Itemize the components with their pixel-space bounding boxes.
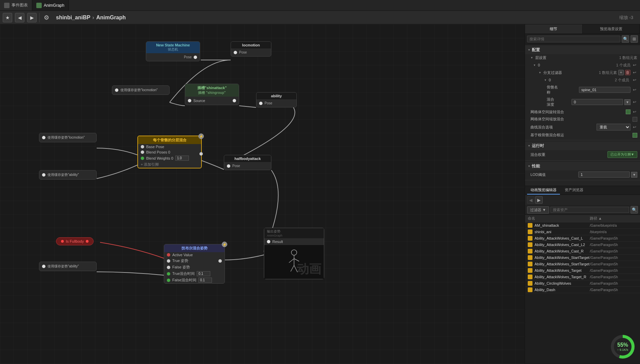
- node-cache-ability2[interactable]: 使用缓存姿势"ability": [39, 262, 97, 271]
- node-ability[interactable]: ability Pose: [256, 92, 297, 107]
- tab-details[interactable]: 细节: [525, 24, 583, 34]
- col-path-header[interactable]: 路径 ▲: [590, 216, 637, 221]
- blend-depth-input[interactable]: [571, 99, 623, 105]
- filter-add-btn[interactable]: +: [618, 70, 624, 75]
- filter-0-row: ▼ 0 2 个成员 ↩: [525, 76, 640, 84]
- pbl-blend-weights-label: Blend Weights 0: [146, 156, 173, 160]
- details-search-input[interactable]: [527, 36, 620, 42]
- breadcrumb-root[interactable]: shinbi_aniBP: [56, 15, 90, 21]
- stick-figure: [284, 248, 304, 276]
- filter-button[interactable]: 过滤器 ▼: [527, 206, 549, 214]
- runtime-triangle: ▼: [528, 144, 530, 147]
- curve-blend-select[interactable]: 重载: [597, 124, 631, 130]
- asset-icon-2: [528, 236, 532, 241]
- bbl-true-pose-row: True 姿势: [164, 258, 225, 264]
- star-button[interactable]: ★: [3, 13, 12, 22]
- asset-row-2[interactable]: Ability_AttackWolves_Cast_L /Game/Parago…: [525, 235, 640, 242]
- output-sub: AnimGraph: [267, 234, 321, 237]
- tab-details-label: 细节: [550, 27, 557, 31]
- asset-row-4[interactable]: Ability_AttackWolves_Cast_R /Game/Parago…: [525, 248, 640, 255]
- canvas[interactable]: New State Machine 状态机 Pose locmotion Pos…: [0, 24, 525, 364]
- mesh-rotation-checkbox[interactable]: [626, 109, 631, 114]
- forward-button[interactable]: ▶: [27, 13, 37, 22]
- blend-weight-public-btn[interactable]: 已公开为引脚▼: [607, 151, 637, 158]
- lod-arrow[interactable]: ▼: [631, 172, 637, 178]
- asset-icon-0: [528, 223, 532, 228]
- config-label: 配置: [532, 47, 540, 53]
- tab-anim-preview-editor[interactable]: 动画预览编辑器: [527, 186, 560, 195]
- perf-header[interactable]: ▼ 性能: [525, 162, 640, 170]
- asset-row-8[interactable]: Ability_AttackWolves_Target_R /Game/Para…: [525, 274, 640, 280]
- blend-depth-reset[interactable]: ↩: [632, 99, 637, 105]
- progress-speed: ↑ 9.1K/s: [617, 348, 628, 351]
- node-output-pose[interactable]: 输出姿势 AnimGraph Result 动画: [264, 228, 324, 279]
- mesh-scale-label: 网格体空间缩放混合: [530, 117, 580, 122]
- asset-row-0[interactable]: AM_shinattack /Game/blueprint/a: [525, 222, 640, 229]
- asset-row-10[interactable]: Ability_Dash /Game/ParagonSh: [525, 287, 640, 293]
- bone-name-reset[interactable]: ↩: [632, 87, 637, 93]
- node-bool-blend[interactable]: ⚡ 技布尔混合姿势 Active Value True 姿势 False 姿势 …: [164, 244, 225, 284]
- asset-row-3[interactable]: Ability_AttackWolves_Cast_L2 /Game/Parag…: [525, 242, 640, 248]
- pbl-add-pin-btn[interactable]: + 添加引脚: [138, 161, 201, 168]
- asset-search-btn[interactable]: 🔍: [631, 206, 638, 214]
- filter-del-btn[interactable]: 🗑: [625, 70, 631, 75]
- section-runtime: ▼ 运行时 混合权重 已公开为引脚▼: [525, 140, 640, 161]
- mesh-scale-checkbox[interactable]: [633, 117, 637, 122]
- filter-0-reset[interactable]: ↩: [632, 77, 637, 83]
- blend-depth-row: 混合深度 ▼ ↩: [525, 96, 640, 108]
- asset-icon-10: [528, 287, 532, 292]
- node-cache-locmotion2[interactable]: 使用缓存姿势"locmotion": [39, 133, 97, 142]
- root-bone-checkbox[interactable]: [633, 133, 637, 138]
- output-result-pin: [267, 240, 270, 243]
- progress-overlay: 55% ↑ 9.1K/s: [611, 335, 635, 359]
- tab-event-graph[interactable]: 事件图表: [0, 0, 32, 11]
- bbl-true-time-input[interactable]: [197, 271, 210, 276]
- bbl-false-time-input[interactable]: [198, 278, 212, 283]
- asset-search-input[interactable]: [550, 207, 629, 213]
- event-graph-icon: [4, 3, 9, 8]
- search-button[interactable]: 🔍: [622, 35, 629, 43]
- asset-path-5: /Game/ParagonSh: [590, 256, 637, 260]
- tab-asset-browser[interactable]: 资产浏览器: [561, 186, 587, 195]
- lod-input[interactable]: [578, 171, 630, 178]
- config-header[interactable]: ▼ 配置: [525, 46, 640, 54]
- bbl-true-label: True 姿势: [172, 258, 188, 263]
- breadcrumb-current[interactable]: AnimGraph: [96, 15, 126, 21]
- bone-name-row: 骨骼名称 ↩: [525, 84, 640, 96]
- tab-anim-graph[interactable]: AnimGraph: [32, 0, 69, 11]
- asset-row-6[interactable]: Ability_AttackWolves_StartTarget /Game/P…: [525, 261, 640, 267]
- curve-blend-reset[interactable]: ↩: [632, 124, 637, 130]
- grid-view-button[interactable]: ⊞: [631, 35, 638, 43]
- filter-reset[interactable]: ↩: [632, 70, 637, 75]
- asset-row-7[interactable]: Ability_AttackWolves_Target /Game/Parago…: [525, 267, 640, 274]
- layer-0-reset[interactable]: ↩: [632, 62, 637, 68]
- asset-name-9: Ability_CirclingWolves: [535, 281, 590, 285]
- asset-row-9[interactable]: Ability_CirclingWolves /Game/ParagonSh: [525, 280, 640, 287]
- asset-row-1[interactable]: shinbi_ani /blueprint/a: [525, 229, 640, 235]
- node-locmotion[interactable]: locmotion Pose: [231, 41, 271, 57]
- node-state-machine[interactable]: New State Machine 状态机 Pose: [146, 41, 200, 61]
- node-halfbody[interactable]: halfbodyattack Pose: [224, 155, 271, 170]
- runtime-header[interactable]: ▼ 运行时: [525, 142, 640, 150]
- node-cache-locmotion1[interactable]: 使用缓存姿势"locmotion": [112, 85, 170, 95]
- node-per-bone-layer[interactable]: ⚡ 每个骨骼的分层混合 Base Pose Blend Poses 0 Blen…: [137, 136, 202, 168]
- state-machine-output-pin: [194, 56, 197, 59]
- blend-depth-arrow[interactable]: ▼: [624, 99, 631, 105]
- asset-path-10: /Game/ParagonSh: [590, 288, 637, 292]
- output-title: 输出姿势: [267, 229, 321, 234]
- tab-preview-settings[interactable]: 预览场景设置: [583, 24, 640, 34]
- nav-back-btn[interactable]: ◀: [527, 196, 535, 204]
- node-is-fullbody[interactable]: Is Fullbody: [56, 237, 94, 245]
- bool-blend-title: 技布尔混合姿势: [181, 246, 208, 250]
- node-slot[interactable]: 插槽"shinattack" 插槽 "shingroup" Source: [185, 84, 239, 105]
- back-button[interactable]: ◀: [15, 13, 24, 22]
- halfbody-pose: Pose: [232, 164, 240, 168]
- mesh-rotation-reset[interactable]: ↩: [632, 109, 637, 115]
- pbl-weight-input[interactable]: [175, 156, 189, 161]
- node-cache-ability[interactable]: 使用缓存姿势"ability": [39, 170, 97, 180]
- svg-line-1: [239, 106, 256, 107]
- ability-input-pin: [259, 102, 263, 105]
- asset-row-5[interactable]: Ability_AttackWolves_StartTarget /Game/P…: [525, 255, 640, 261]
- bone-name-input[interactable]: [579, 87, 631, 93]
- nav-forward-btn[interactable]: ▶: [535, 196, 543, 204]
